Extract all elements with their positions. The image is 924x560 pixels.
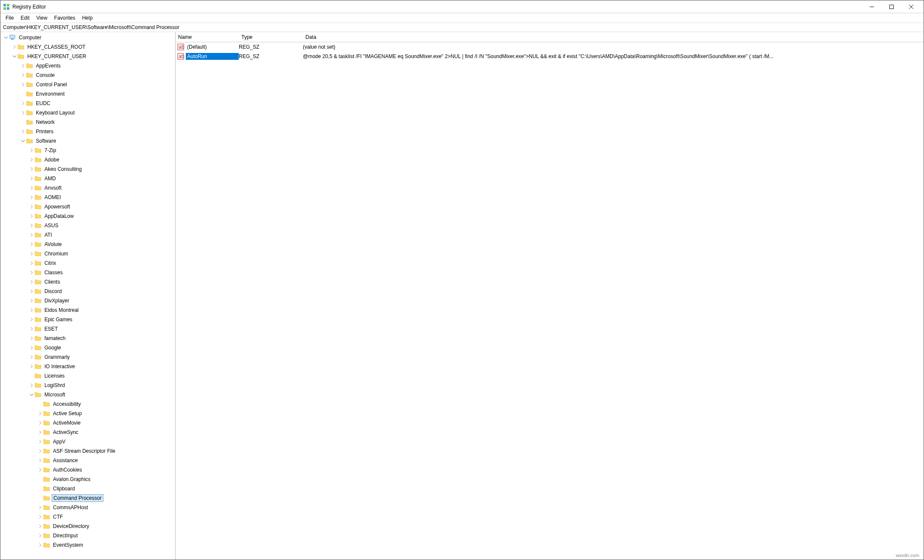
tree-sw-ati[interactable]: ATI	[0, 230, 175, 240]
expand-icon[interactable]	[29, 252, 35, 255]
expand-icon[interactable]	[20, 102, 26, 105]
tree-ms-appv[interactable]: AppV	[0, 437, 175, 446]
tree-ms-authcookies[interactable]: AuthCookies	[0, 465, 175, 475]
expand-icon[interactable]	[29, 271, 35, 274]
expand-icon[interactable]	[29, 167, 35, 171]
expand-icon[interactable]	[29, 346, 35, 349]
expand-icon[interactable]	[29, 224, 35, 227]
tree-hkcu-appevents[interactable]: AppEvents	[0, 61, 175, 70]
maximize-button[interactable]	[882, 1, 901, 13]
tree-hkcu-eudc[interactable]: EUDC	[0, 99, 175, 108]
expand-icon[interactable]	[29, 318, 35, 321]
expand-icon[interactable]	[29, 186, 35, 190]
menu-help[interactable]: Help	[79, 14, 96, 22]
expand-icon[interactable]	[20, 139, 26, 143]
expand-icon[interactable]	[29, 205, 35, 208]
expand-icon[interactable]	[12, 45, 18, 49]
tree-hkcu-printers[interactable]: Printers	[0, 127, 175, 136]
tree-sw-chromium[interactable]: Chromium	[0, 249, 175, 258]
tree-sw-citrix[interactable]: Citrix	[0, 258, 175, 268]
col-data[interactable]: Data	[303, 34, 924, 40]
tree-sw-eset[interactable]: ESET	[0, 324, 175, 334]
expand-icon[interactable]	[37, 468, 43, 472]
col-name[interactable]: Name	[176, 34, 239, 40]
expand-icon[interactable]	[29, 214, 35, 218]
tree-sw-logishrd[interactable]: LogiShrd	[0, 381, 175, 390]
tree-sw-apowersoft[interactable]: Apowersoft	[0, 202, 175, 211]
tree-hkcu-environment[interactable]: Environment	[0, 89, 175, 99]
expand-icon[interactable]	[29, 177, 35, 180]
expand-icon[interactable]	[37, 515, 43, 519]
expand-icon[interactable]	[37, 543, 43, 547]
menu-view[interactable]: View	[33, 14, 51, 22]
expand-icon[interactable]	[29, 243, 35, 246]
tree-sw-clients[interactable]: Clients	[0, 277, 175, 287]
expand-icon[interactable]	[29, 196, 35, 199]
expand-icon[interactable]	[37, 459, 43, 462]
tree-hkcu-keyboard-layout[interactable]: Keyboard Layout	[0, 108, 175, 117]
expand-icon[interactable]	[37, 440, 43, 443]
menu-edit[interactable]: Edit	[17, 14, 33, 22]
expand-icon[interactable]	[37, 525, 43, 528]
tree-ms-command-processor[interactable]: Command Processor	[0, 493, 175, 503]
value-row[interactable]: abAutoRunREG_SZ@mode 20,5 & tasklist /FI…	[176, 52, 924, 61]
expand-icon[interactable]	[29, 308, 35, 312]
expand-icon[interactable]	[29, 393, 35, 396]
expand-icon[interactable]	[29, 233, 35, 237]
tree-hkcu-console[interactable]: Console	[0, 70, 175, 80]
expand-icon[interactable]	[29, 261, 35, 265]
tree-ms-devicedirectory[interactable]: DeviceDirectory	[0, 522, 175, 531]
expand-icon[interactable]	[29, 384, 35, 387]
menu-favorites[interactable]: Favorites	[51, 14, 79, 22]
tree-ms-asf-stream-descriptor-file[interactable]: ASF Stream Descriptor File	[0, 446, 175, 456]
value-row[interactable]: ab(Default)REG_SZ(value not set)	[176, 42, 924, 52]
expand-icon[interactable]	[29, 158, 35, 161]
tree-ms-activemovie[interactable]: ActiveMovie	[0, 418, 175, 428]
tree-ms-eventsystem[interactable]: EventSystem	[0, 540, 175, 550]
tree-sw-avolute[interactable]: AVolute	[0, 240, 175, 249]
tree-sw-google[interactable]: Google	[0, 343, 175, 352]
minimize-button[interactable]	[862, 1, 882, 13]
tree-sw-discord[interactable]: Discord	[0, 287, 175, 296]
tree-sw-microsoft[interactable]: Microsoft	[0, 390, 175, 399]
tree-sw-divxplayer[interactable]: DivXplayer	[0, 296, 175, 305]
tree-ms-avalon.graphics[interactable]: Avalon.Graphics	[0, 475, 175, 484]
expand-icon[interactable]	[12, 55, 18, 58]
address-bar[interactable]: Computer\HKEY_CURRENT_USER\Software\Micr…	[0, 23, 924, 32]
tree-sw-epic-games[interactable]: Epic Games	[0, 315, 175, 324]
tree-hkcu-control-panel[interactable]: Control Panel	[0, 80, 175, 89]
expand-icon[interactable]	[37, 431, 43, 434]
tree-hkcu-network[interactable]: Network	[0, 117, 175, 127]
expand-icon[interactable]	[29, 337, 35, 340]
tree-sw-anvsoft[interactable]: Anvsoft	[0, 183, 175, 193]
expand-icon[interactable]	[37, 421, 43, 425]
expand-icon[interactable]	[37, 412, 43, 415]
expand-icon[interactable]	[20, 111, 26, 114]
expand-icon[interactable]	[3, 36, 9, 39]
tree-sw-eidos-montreal[interactable]: Eidos Montreal	[0, 305, 175, 315]
col-type[interactable]: Type	[239, 34, 303, 40]
tree-ms-active-setup[interactable]: Active Setup	[0, 409, 175, 418]
tree-sw-7-zip[interactable]: 7-Zip	[0, 146, 175, 155]
tree-ms-directinput[interactable]: DirectInput	[0, 531, 175, 540]
tree-ms-accessibility[interactable]: Accessibility	[0, 399, 175, 409]
tree-sw-io-interactive[interactable]: IO Interactive	[0, 362, 175, 371]
expand-icon[interactable]	[37, 534, 43, 537]
expand-icon[interactable]	[29, 149, 35, 152]
expand-icon[interactable]	[29, 290, 35, 293]
tree-ms-ctf[interactable]: CTF	[0, 512, 175, 522]
tree-sw-famatech[interactable]: famatech	[0, 334, 175, 343]
expand-icon[interactable]	[37, 506, 43, 509]
tree-sw-grammarly[interactable]: Grammarly	[0, 352, 175, 362]
expand-icon[interactable]	[29, 280, 35, 284]
tree-sw-akeo-consulting[interactable]: Akeo Consulting	[0, 164, 175, 174]
menu-file[interactable]: File	[2, 14, 17, 22]
tree-ms-clipboard[interactable]: Clipboard	[0, 484, 175, 493]
expand-icon[interactable]	[37, 449, 43, 453]
expand-icon[interactable]	[29, 299, 35, 302]
tree-panel[interactable]: ComputerHKEY_CLASSES_ROOTHKEY_CURRENT_US…	[0, 32, 176, 560]
expand-icon[interactable]	[20, 130, 26, 133]
tree-hkcu[interactable]: HKEY_CURRENT_USER	[0, 52, 175, 61]
tree-sw-amd[interactable]: AMD	[0, 174, 175, 183]
tree-sw-adobe[interactable]: Adobe	[0, 155, 175, 164]
